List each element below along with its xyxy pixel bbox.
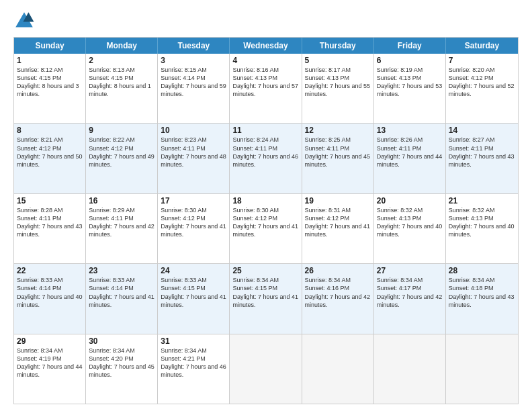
day-cell-17: 17Sunrise: 8:30 AMSunset: 4:12 PMDayligh…	[158, 194, 230, 263]
day-cell-10: 10Sunrise: 8:23 AMSunset: 4:11 PMDayligh…	[158, 124, 230, 193]
empty-cell	[230, 334, 302, 404]
day-header-monday: Monday	[86, 38, 158, 54]
calendar-week-2: 8Sunrise: 8:21 AMSunset: 4:12 PMDaylight…	[14, 124, 518, 193]
day-cell-6: 6Sunrise: 8:19 AMSunset: 4:13 PMDaylight…	[374, 54, 446, 123]
day-cell-21: 21Sunrise: 8:32 AMSunset: 4:13 PMDayligh…	[446, 194, 518, 263]
day-cell-29: 29Sunrise: 8:34 AMSunset: 4:19 PMDayligh…	[14, 334, 86, 404]
calendar-week-5: 29Sunrise: 8:34 AMSunset: 4:19 PMDayligh…	[14, 334, 518, 404]
day-cell-2: 2Sunrise: 8:13 AMSunset: 4:15 PMDaylight…	[86, 54, 158, 123]
day-cell-20: 20Sunrise: 8:32 AMSunset: 4:13 PMDayligh…	[374, 194, 446, 263]
day-cell-12: 12Sunrise: 8:25 AMSunset: 4:11 PMDayligh…	[302, 124, 374, 193]
day-cell-23: 23Sunrise: 8:33 AMSunset: 4:14 PMDayligh…	[86, 264, 158, 333]
empty-cell	[446, 334, 518, 404]
day-cell-13: 13Sunrise: 8:26 AMSunset: 4:11 PMDayligh…	[374, 124, 446, 193]
calendar: SundayMondayTuesdayWednesdayThursdayFrid…	[13, 37, 519, 404]
day-cell-7: 7Sunrise: 8:20 AMSunset: 4:12 PMDaylight…	[446, 54, 518, 123]
logo-icon	[13, 10, 35, 32]
day-cell-14: 14Sunrise: 8:27 AMSunset: 4:11 PMDayligh…	[446, 124, 518, 193]
day-cell-5: 5Sunrise: 8:17 AMSunset: 4:13 PMDaylight…	[302, 54, 374, 123]
day-header-friday: Friday	[374, 38, 446, 54]
day-cell-24: 24Sunrise: 8:33 AMSunset: 4:15 PMDayligh…	[158, 264, 230, 333]
day-cell-18: 18Sunrise: 8:30 AMSunset: 4:12 PMDayligh…	[230, 194, 302, 263]
header	[13, 10, 519, 32]
day-cell-26: 26Sunrise: 8:34 AMSunset: 4:16 PMDayligh…	[302, 264, 374, 333]
day-cell-3: 3Sunrise: 8:15 AMSunset: 4:14 PMDaylight…	[158, 54, 230, 123]
day-header-wednesday: Wednesday	[230, 38, 302, 54]
day-cell-15: 15Sunrise: 8:28 AMSunset: 4:11 PMDayligh…	[14, 194, 86, 263]
logo	[13, 10, 38, 32]
day-cell-8: 8Sunrise: 8:21 AMSunset: 4:12 PMDaylight…	[14, 124, 86, 193]
day-cell-31: 31Sunrise: 8:34 AMSunset: 4:21 PMDayligh…	[158, 334, 230, 404]
day-cell-19: 19Sunrise: 8:31 AMSunset: 4:12 PMDayligh…	[302, 194, 374, 263]
calendar-week-1: 1Sunrise: 8:12 AMSunset: 4:15 PMDaylight…	[14, 54, 518, 124]
day-header-sunday: Sunday	[14, 38, 86, 54]
day-header-tuesday: Tuesday	[158, 38, 230, 54]
empty-cell	[302, 334, 374, 404]
day-header-saturday: Saturday	[446, 38, 518, 54]
day-header-thursday: Thursday	[302, 38, 374, 54]
day-cell-25: 25Sunrise: 8:34 AMSunset: 4:15 PMDayligh…	[230, 264, 302, 333]
calendar-week-4: 22Sunrise: 8:33 AMSunset: 4:14 PMDayligh…	[14, 264, 518, 334]
day-cell-27: 27Sunrise: 8:34 AMSunset: 4:17 PMDayligh…	[374, 264, 446, 333]
day-cell-9: 9Sunrise: 8:22 AMSunset: 4:12 PMDaylight…	[86, 124, 158, 193]
day-cell-4: 4Sunrise: 8:16 AMSunset: 4:13 PMDaylight…	[230, 54, 302, 123]
calendar-header: SundayMondayTuesdayWednesdayThursdayFrid…	[14, 38, 518, 54]
empty-cell	[374, 334, 446, 404]
day-cell-16: 16Sunrise: 8:29 AMSunset: 4:11 PMDayligh…	[86, 194, 158, 263]
page: SundayMondayTuesdayWednesdayThursdayFrid…	[0, 0, 532, 411]
day-cell-28: 28Sunrise: 8:34 AMSunset: 4:18 PMDayligh…	[446, 264, 518, 333]
day-cell-11: 11Sunrise: 8:24 AMSunset: 4:11 PMDayligh…	[230, 124, 302, 193]
calendar-week-3: 15Sunrise: 8:28 AMSunset: 4:11 PMDayligh…	[14, 194, 518, 264]
day-cell-22: 22Sunrise: 8:33 AMSunset: 4:14 PMDayligh…	[14, 264, 86, 333]
day-cell-30: 30Sunrise: 8:34 AMSunset: 4:20 PMDayligh…	[86, 334, 158, 404]
calendar-body: 1Sunrise: 8:12 AMSunset: 4:15 PMDaylight…	[14, 54, 518, 404]
day-cell-1: 1Sunrise: 8:12 AMSunset: 4:15 PMDaylight…	[14, 54, 86, 123]
